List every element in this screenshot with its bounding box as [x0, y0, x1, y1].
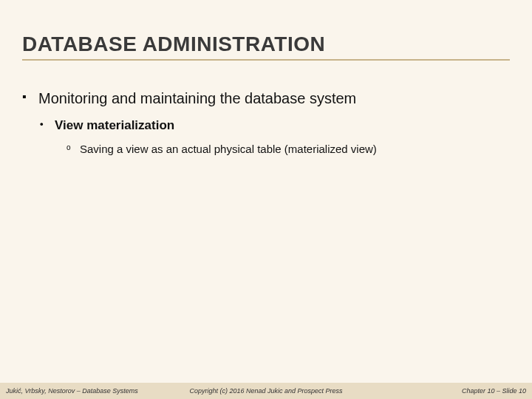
footer-authors: Jukić, Vrbsky, Nestorov – Database Syste…: [6, 387, 180, 395]
footer-copyright: Copyright (c) 2016 Nenad Jukic and Prosp…: [180, 387, 353, 395]
bullet-level-1: Monitoring and maintaining the database …: [22, 89, 510, 109]
footer-bar: Jukić, Vrbsky, Nestorov – Database Syste…: [0, 383, 532, 399]
bullet-level-3: Saving a view as an actual physical tabl…: [66, 142, 510, 157]
title-wrap: DATABASE ADMINISTRATION: [22, 33, 510, 61]
content-area: Monitoring and maintaining the database …: [22, 89, 510, 157]
footer-slide-num: Chapter 10 – Slide 10: [352, 387, 526, 395]
bullet-level-2: View materialization: [40, 117, 510, 134]
slide-title: DATABASE ADMINISTRATION: [22, 33, 510, 61]
slide: DATABASE ADMINISTRATION Monitoring and m…: [0, 0, 532, 399]
